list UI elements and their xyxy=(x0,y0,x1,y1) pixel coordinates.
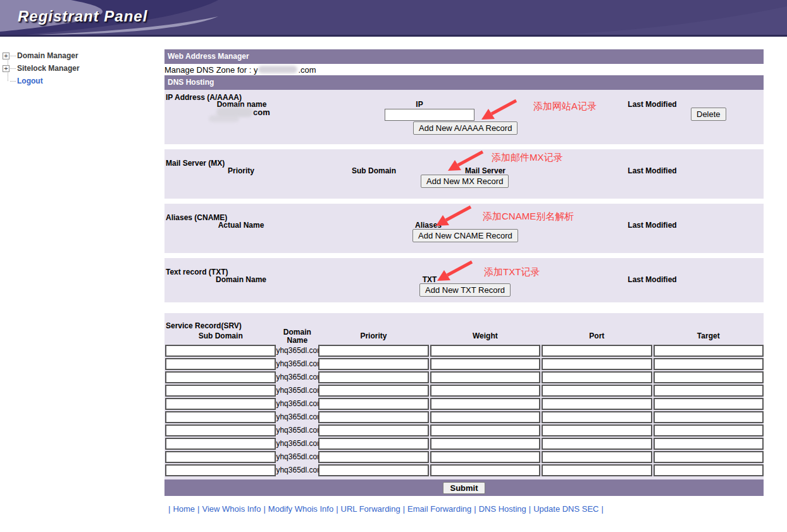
submit-button[interactable]: Submit xyxy=(443,482,485,494)
srv-weight-input[interactable] xyxy=(430,345,540,357)
srv-target-input[interactable] xyxy=(654,464,764,476)
srv-port-input[interactable] xyxy=(542,438,652,450)
srv-row: yhq365dl.com xyxy=(165,371,764,383)
srv-weight-input[interactable] xyxy=(430,411,540,423)
srv-weight-input[interactable] xyxy=(430,385,540,397)
srv-port-input[interactable] xyxy=(542,358,652,370)
srv-target-input[interactable] xyxy=(654,411,764,423)
sidebar-item-sitelock-manager[interactable]: + Sitelock Manager xyxy=(3,62,80,75)
srv-weight-input[interactable] xyxy=(430,451,540,463)
srv-priority-input[interactable] xyxy=(318,371,428,383)
red-arrow-icon xyxy=(480,98,519,125)
sidebar-item-logout[interactable]: Logout xyxy=(3,75,43,87)
srv-header-row: Sub Domain Domain Name Priority Weight P… xyxy=(165,328,764,345)
red-arrow-icon xyxy=(434,204,473,231)
srv-target-input[interactable] xyxy=(654,451,764,463)
srv-port-input[interactable] xyxy=(542,398,652,410)
srv-sub-domain-input[interactable] xyxy=(165,424,276,436)
separator: | xyxy=(197,504,199,514)
footer-link-home[interactable]: Home xyxy=(173,504,195,514)
srv-table-body: yhq365dl.com yhq365dl.com yhq365dl.com y… xyxy=(165,345,764,478)
footer-link-view-whois[interactable]: View Whois Info xyxy=(202,504,261,514)
srv-weight-input[interactable] xyxy=(430,398,540,410)
srv-port-input[interactable] xyxy=(542,345,652,357)
red-arrow-icon xyxy=(435,259,474,286)
column-header-domain-name: Domain Name xyxy=(197,275,285,284)
srv-domain-name: yhq365dl.com xyxy=(276,451,318,463)
srv-sub-domain-input[interactable] xyxy=(165,358,276,370)
srv-sub-domain-input[interactable] xyxy=(165,345,276,357)
redacted-domain-blur2 xyxy=(209,115,239,122)
srv-target-input[interactable] xyxy=(654,345,764,357)
redacted-domain-blur xyxy=(258,66,297,73)
srv-priority-input[interactable] xyxy=(318,358,428,370)
annotation-cname: 添加CNAME别名解析 xyxy=(483,211,574,223)
section-srv: Service Record(SRV) Sub Domain Domain Na… xyxy=(164,313,764,479)
app-title: Registrant Panel xyxy=(18,8,147,25)
add-mx-record-button[interactable]: Add New MX Record xyxy=(421,175,509,188)
srv-port-input[interactable] xyxy=(542,424,652,436)
srv-target-input[interactable] xyxy=(654,371,764,383)
annotation-mx: 添加邮件MX记录 xyxy=(492,152,563,164)
srv-port-input[interactable] xyxy=(542,451,652,463)
logout-link[interactable]: Logout xyxy=(17,77,43,85)
tree-dots xyxy=(10,68,16,69)
tree-dots xyxy=(10,56,16,56)
srv-row: yhq365dl.com xyxy=(165,398,764,410)
srv-priority-input[interactable] xyxy=(318,398,428,410)
srv-sub-domain-input[interactable] xyxy=(165,411,276,423)
manage-dns-zone-line: Manage DNS Zone for : y .com xyxy=(164,64,764,75)
srv-domain-name: yhq365dl.com xyxy=(276,438,318,450)
column-header-last-modified: Last Modified xyxy=(608,221,697,230)
srv-priority-input[interactable] xyxy=(318,438,428,450)
srv-sub-domain-input[interactable] xyxy=(165,451,276,463)
web-address-manager-bar: Web Address Manager xyxy=(164,49,764,64)
srv-priority-input[interactable] xyxy=(318,411,428,423)
footer-link-update-dns-sec[interactable]: Update DNS SEC xyxy=(533,504,598,514)
srv-priority-input[interactable] xyxy=(318,385,428,397)
srv-priority-input[interactable] xyxy=(318,464,428,476)
srv-target-input[interactable] xyxy=(654,424,764,436)
srv-priority-input[interactable] xyxy=(318,451,428,463)
ip-input[interactable] xyxy=(385,109,474,121)
column-header-last-modified: Last Modified xyxy=(608,100,697,109)
srv-sub-domain-input[interactable] xyxy=(165,438,276,450)
srv-sub-domain-input[interactable] xyxy=(165,464,276,476)
srv-port-input[interactable] xyxy=(542,371,652,383)
sidebar-item-domain-manager[interactable]: + Domain Manager xyxy=(3,49,78,62)
section-txt: Text record (TXT) Domain Name TXT Add Ne… xyxy=(164,258,764,302)
srv-sub-domain-input[interactable] xyxy=(165,398,276,410)
footer-link-url-forwarding[interactable]: URL Forwarding xyxy=(341,504,400,514)
srv-weight-input[interactable] xyxy=(430,438,540,450)
srv-weight-input[interactable] xyxy=(430,464,540,476)
srv-sub-domain-input[interactable] xyxy=(165,385,276,397)
srv-weight-input[interactable] xyxy=(430,424,540,436)
srv-sub-domain-input[interactable] xyxy=(165,371,276,383)
delete-button[interactable]: Delete xyxy=(691,108,726,121)
footer-link-dns-hosting[interactable]: DNS Hosting xyxy=(479,504,526,514)
expand-plus-icon[interactable]: + xyxy=(3,53,9,59)
srv-weight-input[interactable] xyxy=(430,358,540,370)
srv-domain-name: yhq365dl.com xyxy=(276,411,318,423)
srv-port-input[interactable] xyxy=(542,411,652,423)
add-cname-record-button[interactable]: Add New CNAME Record xyxy=(412,229,518,242)
tree-dots xyxy=(10,81,16,82)
footer-link-email-forwarding[interactable]: Email Forwarding xyxy=(407,504,471,514)
srv-target-input[interactable] xyxy=(654,438,764,450)
srv-target-input[interactable] xyxy=(654,358,764,370)
column-header-priority: Priority xyxy=(197,166,285,175)
expand-plus-icon[interactable]: + xyxy=(3,65,9,72)
srv-port-input[interactable] xyxy=(542,464,652,476)
sidebar-item-label: Sitelock Manager xyxy=(17,64,80,73)
annotation-txt: 添加TXT记录 xyxy=(484,266,540,278)
srv-port-input[interactable] xyxy=(542,385,652,397)
srv-domain-name: yhq365dl.com xyxy=(276,345,318,357)
srv-weight-input[interactable] xyxy=(430,371,540,383)
srv-target-input[interactable] xyxy=(654,385,764,397)
column-header-port: Port xyxy=(542,328,652,345)
column-header-domain-name: Domain Name xyxy=(276,328,318,345)
footer-link-modify-whois[interactable]: Modify Whois Info xyxy=(268,504,333,514)
srv-priority-input[interactable] xyxy=(318,345,428,357)
srv-target-input[interactable] xyxy=(654,398,764,410)
srv-priority-input[interactable] xyxy=(318,424,428,436)
